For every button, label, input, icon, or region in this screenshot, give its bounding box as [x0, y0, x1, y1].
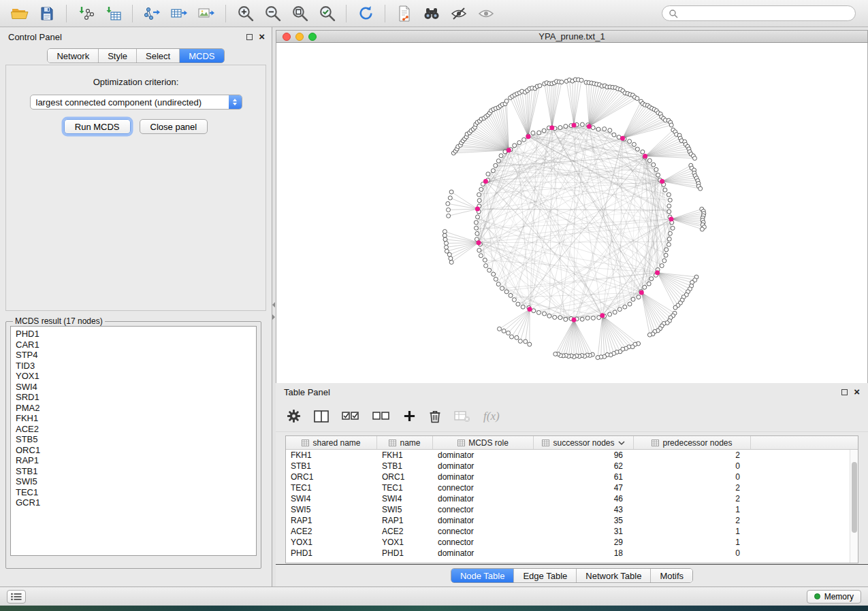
- tab-select[interactable]: Select: [136, 49, 179, 63]
- table-row[interactable]: PHD1PHD1dominator180: [286, 548, 858, 559]
- table-row[interactable]: YOX1YOX1connector291: [286, 537, 858, 548]
- close-panel-button[interactable]: Close panel: [140, 119, 208, 134]
- mcds-result-item[interactable]: ORC1: [16, 445, 256, 456]
- open-file-button[interactable]: [7, 3, 33, 24]
- search-box[interactable]: [662, 5, 856, 21]
- zoom-selected-button[interactable]: [314, 3, 340, 24]
- table-row[interactable]: ORC1ORC1dominator610: [286, 472, 858, 482]
- mcds-result-item[interactable]: TEC1: [16, 487, 256, 498]
- refresh-layout-button[interactable]: [353, 3, 379, 24]
- table-tab-node-table[interactable]: Node Table: [451, 569, 514, 582]
- cell-MCDS-role: connector: [433, 505, 534, 514]
- mcds-result-item[interactable]: FKH1: [16, 413, 256, 424]
- column-header-shared-name[interactable]: shared name: [286, 436, 377, 449]
- save-session-button[interactable]: [34, 3, 60, 24]
- mcds-result-item[interactable]: STP4: [16, 350, 256, 361]
- tab-mcds[interactable]: MCDS: [179, 49, 223, 63]
- float-panel-icon[interactable]: [246, 34, 253, 40]
- deselect-all-button[interactable]: [372, 410, 390, 423]
- function-builder-button[interactable]: f(x): [483, 410, 500, 423]
- hide-selected-button[interactable]: [446, 3, 472, 24]
- network-titlebar[interactable]: YPA_prune.txt_1: [276, 30, 868, 43]
- cell-shared-name: SWI4: [286, 494, 377, 503]
- table-row[interactable]: RAP1RAP1dominator352: [286, 515, 858, 526]
- table-scrollbar[interactable]: [850, 450, 858, 563]
- cell-shared-name: ACE2: [286, 527, 377, 536]
- network-view-frame: YPA_prune.txt_1: [276, 30, 868, 383]
- cell-predecessor-nodes: 2: [634, 483, 751, 493]
- scrollbar-thumb[interactable]: [852, 462, 857, 533]
- mcds-result-item[interactable]: YOX1: [16, 371, 256, 382]
- export-network-button[interactable]: [139, 3, 165, 24]
- table-tab-edge-table[interactable]: Edge Table: [513, 569, 576, 582]
- column-header-predecessor-nodes[interactable]: predecessor nodes: [634, 436, 751, 449]
- search-network-button[interactable]: [419, 3, 445, 24]
- column-type-icon: [542, 440, 549, 446]
- network-canvas[interactable]: [276, 43, 868, 383]
- panel-splitter-handle[interactable]: [272, 302, 276, 320]
- column-header-name[interactable]: name: [377, 436, 433, 449]
- mcds-result-item[interactable]: SWI4: [16, 382, 256, 393]
- mcds-result-item[interactable]: TID3: [16, 361, 256, 371]
- close-table-panel-icon[interactable]: ×: [854, 389, 860, 395]
- memory-button[interactable]: Memory: [807, 590, 861, 604]
- table-row[interactable]: FKH1FKH1dominator962: [286, 450, 858, 461]
- table-row[interactable]: TEC1TEC1connector472: [286, 482, 858, 493]
- table-tabs: Node TableEdge TableNetwork TableMotifs: [451, 568, 693, 583]
- export-image-button[interactable]: [193, 3, 219, 24]
- cell-MCDS-role: connector: [433, 483, 534, 493]
- table-row[interactable]: SWI4SWI4dominator462: [286, 493, 858, 504]
- mcds-result-item[interactable]: GCR1: [16, 497, 256, 508]
- network-graph[interactable]: [276, 43, 867, 383]
- cell-successor-nodes: 35: [534, 516, 634, 525]
- cell-name: ACE2: [377, 527, 433, 536]
- show-columns-button[interactable]: [314, 410, 329, 423]
- mcds-result-item[interactable]: STB1: [16, 466, 256, 477]
- float-table-panel-icon[interactable]: [841, 389, 848, 395]
- cell-name: ORC1: [377, 472, 433, 482]
- mcds-result-item[interactable]: SWI5: [16, 476, 256, 487]
- cell-name: FKH1: [377, 450, 433, 460]
- run-mcds-button[interactable]: Run MCDS: [64, 119, 131, 134]
- table-panel-header: Table Panel ×: [276, 383, 868, 401]
- delete-column-button[interactable]: [429, 410, 441, 423]
- mcds-result-list[interactable]: PHD1CAR1STP4TID3YOX1SWI4SRD1PMA2FKH1ACE2…: [10, 326, 257, 556]
- show-all-button[interactable]: [473, 3, 499, 24]
- mcds-result-item[interactable]: ACE2: [16, 424, 256, 435]
- mcds-result-item[interactable]: PHD1: [16, 329, 256, 340]
- delete-table-button-disabled[interactable]: [454, 410, 470, 423]
- mcds-result-item[interactable]: SRD1: [16, 392, 256, 403]
- column-header-MCDS-role[interactable]: MCDS role: [433, 436, 534, 449]
- zoom-in-button[interactable]: [232, 3, 258, 24]
- close-panel-icon[interactable]: ×: [259, 33, 265, 40]
- node-table: shared namenameMCDS rolesuccessor nodesp…: [285, 435, 858, 563]
- import-table-button[interactable]: [100, 3, 126, 24]
- add-column-button[interactable]: [403, 410, 416, 423]
- table-row[interactable]: ACE2ACE2connector311: [286, 526, 858, 537]
- cell-predecessor-nodes: 0: [634, 548, 751, 558]
- select-all-button[interactable]: [342, 410, 359, 423]
- export-table-button[interactable]: [166, 3, 192, 24]
- clipboard-share-button[interactable]: [391, 3, 417, 24]
- mcds-result-item[interactable]: CAR1: [16, 340, 256, 350]
- table-tab-motifs[interactable]: Motifs: [650, 569, 692, 582]
- status-menu-button[interactable]: [7, 590, 26, 604]
- export-table-icon: [170, 5, 188, 22]
- mcds-result-item[interactable]: RAP1: [16, 455, 256, 466]
- tab-network[interactable]: Network: [48, 49, 98, 63]
- mcds-result-item[interactable]: PMA2: [16, 403, 256, 414]
- tab-style[interactable]: Style: [98, 49, 136, 63]
- zoom-fit-button[interactable]: [287, 3, 312, 24]
- search-input[interactable]: [681, 9, 849, 18]
- import-network-button[interactable]: [73, 3, 99, 24]
- table-row[interactable]: STB1STB1dominator620: [286, 461, 858, 472]
- mcds-result-item[interactable]: STB5: [16, 434, 256, 445]
- column-header-successor-nodes[interactable]: successor nodes: [534, 436, 634, 449]
- zoom-out-button[interactable]: [259, 3, 285, 24]
- optimization-dropdown[interactable]: largest connected component (undirected): [30, 95, 242, 110]
- table-settings-button[interactable]: [287, 409, 301, 423]
- table-tab-network-table[interactable]: Network Table: [576, 569, 650, 582]
- desktop-wallpaper: [0, 606, 868, 611]
- mcds-result-title: MCDS result (17 nodes): [13, 316, 105, 326]
- table-row[interactable]: SWI5SWI5connector431: [286, 504, 858, 515]
